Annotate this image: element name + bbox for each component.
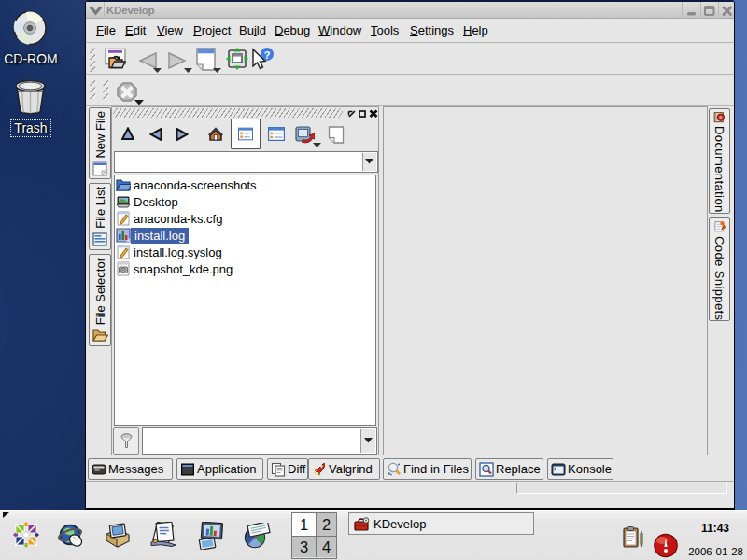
svg-text:?: ? (264, 49, 271, 61)
